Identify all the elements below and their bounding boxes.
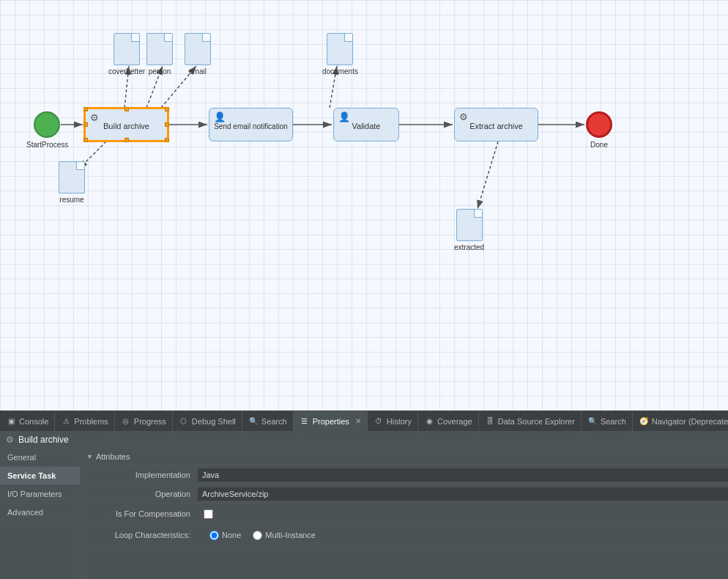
search2-icon: 🔍: [587, 416, 598, 427]
gear-icon2: ⚙: [459, 111, 468, 122]
tab-history[interactable]: ⏱ History: [368, 411, 418, 432]
sidebar-item-general[interactable]: General: [0, 449, 80, 467]
search-icon: 🔍: [248, 416, 259, 427]
tab-search2[interactable]: 🔍 Search: [582, 411, 633, 432]
tab-coverage-label: Coverage: [437, 417, 472, 426]
tab-debug-shell-label: Debug Shell: [192, 417, 236, 426]
email-label: email: [189, 67, 207, 75]
doc-person[interactable]: person: [146, 33, 173, 75]
documents-icon: [327, 33, 353, 65]
sidebar-item-service-task[interactable]: Service Task: [0, 467, 80, 485]
extract-archive-task[interactable]: ⚙ Extract archive: [454, 108, 538, 141]
tab-search2-label: Search: [601, 417, 626, 426]
tab-coverage[interactable]: ◉ Coverage: [418, 411, 479, 432]
send-email-task[interactable]: 👤 Send email notification: [209, 108, 293, 141]
problems-icon: ⚠: [61, 416, 71, 427]
tab-data-source-explorer[interactable]: 🗄 Data Source Explorer: [479, 411, 582, 432]
doc-cover-letter[interactable]: coverLetter: [108, 33, 145, 75]
tab-navigator-label: Navigator (Deprecated: [652, 417, 728, 426]
validate-label: Validate: [352, 119, 381, 130]
tab-debug-shell[interactable]: ⬡ Debug Shell: [173, 411, 242, 432]
radio-multi-label: Multi-Instance: [265, 531, 315, 539]
coverage-icon: ◉: [424, 416, 434, 427]
doc-email[interactable]: email: [185, 33, 211, 75]
operation-label: Operation: [81, 487, 198, 501]
attributes-header-label: Attributes: [96, 452, 130, 461]
attributes-section-header[interactable]: ▼ Attributes: [81, 449, 728, 465]
extracted-icon: [456, 209, 483, 241]
build-archive-label: Build archive: [103, 119, 149, 130]
resume-label: resume: [59, 196, 83, 204]
radio-multi-input[interactable]: [253, 531, 262, 540]
attributes-arrow-icon: ▼: [86, 453, 93, 460]
tab-properties-label: Properties: [313, 417, 349, 426]
cover-letter-label: coverLetter: [108, 67, 145, 75]
tab-problems-label: Problems: [74, 417, 108, 426]
props-sidebar: General Service Task I/O Parameters Adva…: [0, 449, 81, 579]
compensation-label: Is For Compensation: [81, 506, 198, 521]
radio-none-input[interactable]: [209, 531, 219, 540]
tab-progress-label: Progress: [134, 417, 166, 426]
bottom-panel: ▣ Console ⚠ Problems ◎ Progress ⬡ Debug …: [0, 410, 728, 579]
email-doc-icon: [185, 33, 211, 65]
panel-title: Build archive: [18, 435, 69, 445]
tab-progress[interactable]: ◎ Progress: [115, 411, 173, 432]
radio-none-label: None: [222, 531, 241, 539]
implementation-label: Implementation: [81, 468, 198, 482]
tab-navigator[interactable]: 🧭 Navigator (Deprecated: [633, 411, 728, 432]
sidebar-item-io-parameters[interactable]: I/O Parameters: [0, 485, 80, 504]
person-doc-icon: [146, 33, 173, 65]
panel-gear-icon: ⚙: [6, 435, 14, 445]
compensation-checkbox[interactable]: [204, 509, 213, 519]
properties-close-button[interactable]: ✕: [355, 417, 361, 425]
build-archive-task[interactable]: ⚙ Build archive: [84, 108, 168, 141]
tab-problems[interactable]: ⚠ Problems: [55, 411, 114, 432]
tab-search-label: Search: [261, 417, 287, 426]
tab-bar[interactable]: ▣ Console ⚠ Problems ◎ Progress ⬡ Debug …: [0, 410, 728, 431]
doc-resume[interactable]: resume: [59, 161, 85, 204]
start-event-label: StartProcess: [26, 141, 67, 149]
gear-icon: ⚙: [90, 112, 99, 123]
tab-search[interactable]: 🔍 Search: [242, 411, 294, 432]
tab-console[interactable]: ▣ Console: [0, 411, 55, 432]
extracted-label: extracted: [454, 243, 484, 251]
data-source-icon: 🗄: [485, 416, 495, 427]
properties-icon: ☰: [300, 416, 310, 427]
history-icon: ⏱: [374, 416, 384, 427]
canvas-area[interactable]: StartProcess ⚙ Build archive 👤 Send emai…: [0, 0, 728, 410]
start-event[interactable]: [34, 111, 60, 138]
properties-content: General Service Task I/O Parameters Adva…: [0, 449, 728, 579]
svg-line-11: [478, 141, 498, 209]
person-icon2: 👤: [338, 111, 350, 122]
tab-console-label: Console: [19, 417, 48, 426]
console-icon: ▣: [6, 416, 16, 427]
compensation-row: Is For Compensation: [81, 504, 728, 525]
validate-task[interactable]: 👤 Validate: [333, 108, 399, 141]
cover-letter-icon: [114, 33, 140, 65]
operation-row: Operation: [81, 484, 728, 504]
operation-input[interactable]: [198, 487, 728, 501]
props-main: ▼ Attributes Implementation Operation Is…: [81, 449, 728, 579]
tab-data-source-label: Data Source Explorer: [498, 417, 575, 426]
extract-archive-label: Extract archive: [469, 119, 523, 130]
radio-multi-instance: Multi-Instance: [253, 531, 315, 540]
end-event-label: Done: [581, 141, 617, 149]
sidebar-item-advanced[interactable]: Advanced: [0, 504, 80, 522]
panel-title-bar: ⚙ Build archive: [0, 431, 728, 449]
radio-none: None: [209, 531, 241, 540]
person-label: person: [149, 67, 171, 75]
documents-label: documents: [322, 67, 358, 75]
loop-characteristics-row: Loop Characteristics: None Multi-Instanc…: [81, 525, 728, 546]
progress-icon: ◎: [121, 416, 131, 427]
implementation-input[interactable]: [198, 468, 728, 482]
doc-extracted[interactable]: extracted: [454, 209, 484, 251]
navigator-icon: 🧭: [639, 416, 649, 427]
debug-icon: ⬡: [179, 416, 189, 427]
doc-documents[interactable]: documents: [322, 33, 358, 75]
end-event[interactable]: [586, 111, 612, 138]
tab-properties[interactable]: ☰ Properties ✕: [294, 411, 368, 432]
resume-icon: [59, 161, 85, 193]
tab-history-label: History: [387, 417, 412, 426]
loop-characteristics-label: Loop Characteristics:: [81, 528, 198, 542]
person-icon: 👤: [214, 111, 226, 122]
